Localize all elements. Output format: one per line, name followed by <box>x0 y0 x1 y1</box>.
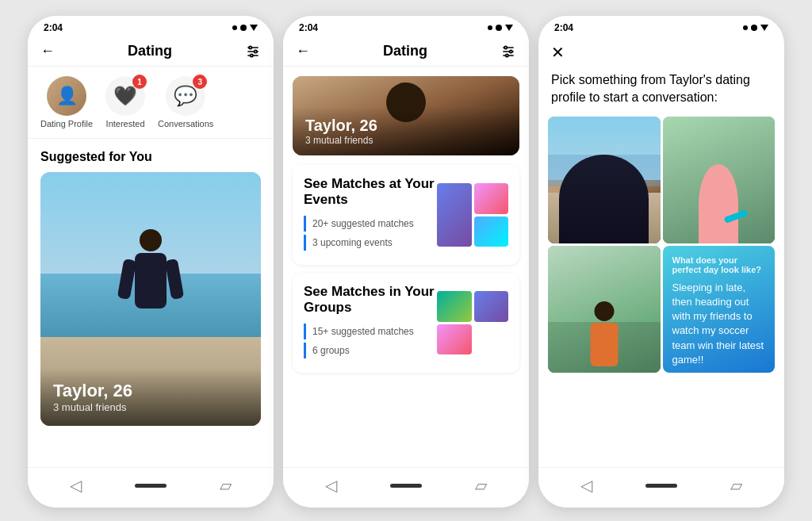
events-stat2: 3 upcoming events <box>304 235 437 251</box>
phone-3: 2:04 ✕ Pick something from Taylor's dati… <box>538 16 784 508</box>
groups-stat2: 6 groups <box>304 343 437 358</box>
hero-card[interactable]: Taylor, 26 3 mutual friends <box>293 76 519 155</box>
photo-cell-3[interactable] <box>548 246 661 373</box>
suggested-title: Suggested for You <box>40 150 261 164</box>
hero-name: Taylor, 26 <box>305 117 507 135</box>
filter-icon-2[interactable] <box>500 44 516 59</box>
profile-mutual: 3 mutual friends <box>53 401 248 413</box>
groups-card-left: See Matches in Your Groups 15+ suggested… <box>304 284 437 362</box>
overview-btn-3[interactable]: ▱ <box>730 476 742 495</box>
wifi-icon-2 <box>496 25 502 31</box>
photo4-answer: Sleeping in late, then heading out with … <box>672 281 766 367</box>
filter-icon-1[interactable] <box>245 44 261 59</box>
bottom-nav-1: ◁ ▱ <box>28 467 274 508</box>
home-pill-1[interactable] <box>135 484 167 488</box>
events-stat1: 20+ suggested matches <box>304 216 437 232</box>
svg-point-5 <box>251 54 253 56</box>
photo4-question: What does your perfect day look like? <box>672 255 766 274</box>
phone-1: 2:04 ← Dating <box>28 16 274 508</box>
wifi-icon-1 <box>240 25 247 31</box>
status-bar-3: 2:04 <box>538 16 784 36</box>
hero-overlay: Taylor, 26 3 mutual friends <box>293 107 519 155</box>
battery-icon-1 <box>250 25 258 31</box>
nav-title-2: Dating <box>383 43 427 59</box>
signal-icon-1 <box>232 25 237 30</box>
status-time-2: 2:04 <box>299 22 318 33</box>
groups-title: See Matches in Your Groups <box>304 284 437 316</box>
group-img-2 <box>474 291 509 322</box>
profile-name: Taylor, 26 <box>53 381 248 401</box>
home-pill-3[interactable] <box>645 484 677 488</box>
tab-conversations-label: Conversations <box>158 119 213 128</box>
tab-conversations[interactable]: 💬 3 Conversations <box>158 76 213 128</box>
svg-point-7 <box>504 46 507 48</box>
profile-icon-wrap: 👤 <box>47 76 86 116</box>
conversations-icon-wrap: 💬 3 <box>166 76 205 116</box>
interested-icon-wrap: 🖤 1 <box>105 76 145 116</box>
svg-point-3 <box>255 50 257 52</box>
battery-icon-2 <box>505 25 513 31</box>
groups-images <box>437 291 508 354</box>
screens-container: 2:04 ← Dating <box>28 16 784 508</box>
group-img-3 <box>437 324 472 355</box>
events-title: See Matches at Your Events <box>304 176 437 208</box>
photo-cell-4[interactable]: What does your perfect day look like? Sl… <box>663 246 776 373</box>
svg-point-11 <box>506 54 508 56</box>
event-img-2 <box>474 183 509 214</box>
back-gesture-2[interactable]: ◁ <box>325 476 337 495</box>
battery-icon-3 <box>760 25 768 31</box>
status-bar-2: 2:04 <box>283 16 529 36</box>
hero-mutual: 3 mutual friends <box>305 135 507 146</box>
events-card[interactable]: See Matches at Your Events 20+ suggested… <box>293 165 519 265</box>
status-bar-1: 2:04 <box>28 16 274 36</box>
status-time-3: 2:04 <box>554 22 573 33</box>
event-img-3 <box>474 216 509 247</box>
photo-cell-2[interactable] <box>663 117 776 243</box>
events-images <box>437 183 508 247</box>
tab-interested[interactable]: 🖤 1 Interested <box>105 76 145 128</box>
screen3-header: ✕ <box>538 36 784 68</box>
svg-point-1 <box>249 46 251 48</box>
interested-badge: 1 <box>132 75 147 89</box>
back-gesture-1[interactable]: ◁ <box>70 476 82 495</box>
photos-grid: What does your perfect day look like? Sl… <box>548 117 775 373</box>
top-nav-2: ← Dating <box>283 36 529 67</box>
status-icons-2 <box>488 25 513 31</box>
status-icons-1 <box>232 25 258 31</box>
home-pill-2[interactable] <box>390 484 422 488</box>
signal-icon-2 <box>488 25 492 30</box>
profile-card-overlay: Taylor, 26 3 mutual friends <box>40 368 261 426</box>
bottom-nav-3: ◁ ▱ <box>538 467 784 508</box>
back-gesture-3[interactable]: ◁ <box>580 476 592 495</box>
phone-2: 2:04 ← Dating <box>283 16 529 508</box>
bottom-nav-2: ◁ ▱ <box>283 467 529 508</box>
tab-interested-label: Interested <box>106 119 145 128</box>
event-img-1 <box>437 183 472 247</box>
tab-profile-label: Dating Profile <box>40 119 93 128</box>
close-icon[interactable]: ✕ <box>551 43 565 62</box>
status-time-1: 2:04 <box>44 22 63 33</box>
overview-btn-1[interactable]: ▱ <box>220 476 232 495</box>
wifi-icon-3 <box>751 25 757 31</box>
svg-point-9 <box>510 50 512 52</box>
back-icon-1[interactable]: ← <box>40 43 55 59</box>
events-card-left: See Matches at Your Events 20+ suggested… <box>304 176 437 254</box>
groups-stat1: 15+ suggested matches <box>304 324 437 339</box>
overview-btn-2[interactable]: ▱ <box>475 476 487 495</box>
profile-avatar: 👤 <box>47 76 86 116</box>
photo-cell-1[interactable] <box>548 117 661 243</box>
group-img-1 <box>437 291 472 322</box>
screen3-prompt: Pick something from Taylor's dating prof… <box>538 68 784 117</box>
groups-card[interactable]: See Matches in Your Groups 15+ suggested… <box>293 273 519 373</box>
back-icon-2[interactable]: ← <box>296 43 310 59</box>
nav-title-1: Dating <box>128 43 172 59</box>
conversations-badge: 3 <box>193 75 207 89</box>
tab-dating-profile[interactable]: 👤 Dating Profile <box>40 76 93 128</box>
nav-tabs-1: 👤 Dating Profile 🖤 1 Interested 💬 3 Conv… <box>28 67 274 139</box>
signal-icon-3 <box>743 25 748 30</box>
suggested-section: Suggested for You <box>28 139 274 432</box>
status-icons-3 <box>743 25 768 31</box>
top-nav-1: ← Dating <box>28 36 274 67</box>
profile-card[interactable]: Taylor, 26 3 mutual friends <box>40 172 261 426</box>
